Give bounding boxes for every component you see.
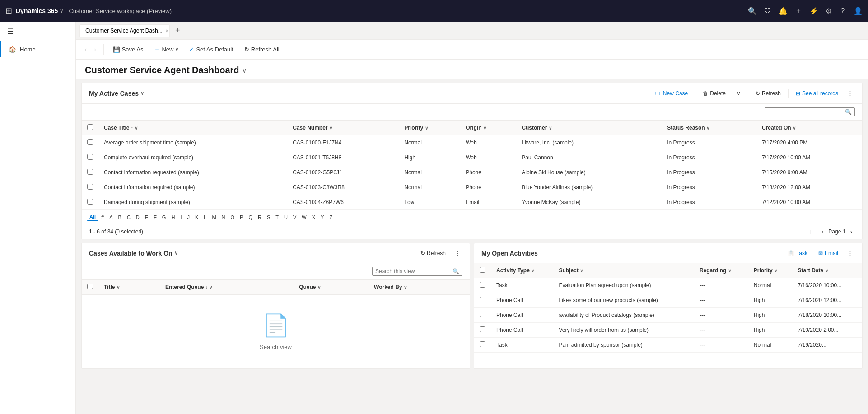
activity-subject-header[interactable]: Subject ∨ <box>553 263 694 278</box>
see-all-records-button[interactable]: ⊞ See all records <box>792 88 842 98</box>
activities-select-all-checkbox[interactable] <box>480 267 485 273</box>
activity-subject-chevron-icon[interactable]: ∨ <box>580 268 583 273</box>
activity-type-header[interactable]: Activity Type ∨ <box>491 263 553 278</box>
activity-checkbox-cell[interactable] <box>474 308 491 323</box>
available-search-input[interactable] <box>375 268 453 274</box>
alpha-item[interactable]: T <box>273 214 281 221</box>
case-customer-cell[interactable]: Paul Cannon <box>516 150 662 165</box>
set-as-default-button[interactable]: ✓ Set As Default <box>186 44 237 55</box>
activity-regarding-header[interactable]: Regarding ∨ <box>694 263 748 278</box>
cases-status-header[interactable]: Status Reason ∨ <box>662 121 756 135</box>
cases-priority-header[interactable]: Priority ∨ <box>399 121 460 135</box>
cases-number-chevron-icon[interactable]: ∨ <box>329 126 332 130</box>
activity-checkbox[interactable] <box>480 312 485 317</box>
available-workedby-chevron-icon[interactable]: ∨ <box>404 285 407 290</box>
delete-chevron-button[interactable]: ∨ <box>733 88 744 98</box>
row-checkbox-cell[interactable] <box>82 180 98 195</box>
cases-select-all-checkbox[interactable] <box>87 124 93 130</box>
my-active-cases-chevron-icon[interactable]: ∨ <box>140 90 144 96</box>
cases-customer-chevron-icon[interactable]: ∨ <box>549 126 552 130</box>
new-case-button[interactable]: ＋ + New Case <box>649 88 692 99</box>
sidebar-item-home[interactable]: 🏠 Home <box>0 41 75 57</box>
waffle-icon[interactable]: ⊞ <box>5 6 12 16</box>
case-customer-cell[interactable]: Blue Yonder Airlines (sample) <box>516 180 662 195</box>
activity-checkbox-cell[interactable] <box>474 338 491 353</box>
activity-checkbox[interactable] <box>480 341 485 347</box>
alpha-item[interactable]: K <box>193 214 201 221</box>
cases-status-chevron-icon[interactable]: ∨ <box>706 126 709 130</box>
delete-button[interactable]: 🗑 Delete <box>699 88 729 98</box>
case-title-cell[interactable]: Contact information required (sample) <box>98 180 287 195</box>
save-as-button[interactable]: 💾 Save As <box>109 44 147 55</box>
alpha-item[interactable]: R <box>256 214 264 221</box>
cases-check-header[interactable] <box>82 121 98 135</box>
row-checkbox-cell[interactable] <box>82 165 98 180</box>
alpha-item[interactable]: Y <box>318 214 326 221</box>
available-select-all-checkbox[interactable] <box>87 284 93 289</box>
available-workedby-header[interactable]: Worked By ∨ <box>369 280 470 295</box>
activity-priority-header[interactable]: Priority ∨ <box>748 263 793 278</box>
alpha-item[interactable]: Q <box>246 214 255 221</box>
hamburger-menu[interactable]: ☰ <box>0 22 75 41</box>
alpha-item[interactable]: H <box>169 214 177 221</box>
alpha-item[interactable]: J <box>185 214 192 221</box>
available-queue-header[interactable]: Entered Queue ↓ ∨ <box>160 280 294 295</box>
available-title-chevron-icon[interactable]: ∨ <box>117 285 120 290</box>
alpha-item[interactable]: I <box>178 214 184 221</box>
more-options-icon[interactable]: ⋮ <box>845 88 855 98</box>
alpha-item[interactable]: U <box>282 214 290 221</box>
available-title-header[interactable]: Title ∨ <box>98 280 160 295</box>
alpha-item[interactable]: L <box>201 214 209 221</box>
available-queue2-chevron-icon[interactable]: ∨ <box>317 285 321 290</box>
case-title-cell[interactable]: Contact information requested (sample) <box>98 165 287 180</box>
activities-check-header[interactable] <box>474 263 491 278</box>
row-checkbox-cell[interactable] <box>82 195 98 210</box>
back-button[interactable]: ‹ <box>83 44 89 55</box>
activity-checkbox[interactable] <box>480 282 485 288</box>
refresh-cases-button[interactable]: ↻ Refresh <box>752 88 784 98</box>
new-chevron-icon[interactable]: ∨ <box>175 47 178 52</box>
alpha-item[interactable]: V <box>291 214 299 221</box>
cases-origin-header[interactable]: Origin ∨ <box>460 121 516 135</box>
alpha-item[interactable]: W <box>299 214 308 221</box>
cases-search-box[interactable]: 🔍 <box>765 107 855 116</box>
alpha-item[interactable]: P <box>238 214 245 221</box>
alpha-item[interactable]: X <box>310 214 317 221</box>
prev-page-button[interactable]: ‹ <box>819 227 827 236</box>
alpha-item[interactable]: O <box>229 214 237 221</box>
alpha-item[interactable]: B <box>116 214 124 221</box>
cases-created-chevron-icon[interactable]: ∨ <box>793 126 796 130</box>
case-title-cell[interactable]: Damaged during shipment (sample) <box>98 195 287 210</box>
cases-origin-chevron-icon[interactable]: ∨ <box>483 126 486 130</box>
alpha-item[interactable]: C <box>125 214 133 221</box>
settings-icon[interactable]: ⚙ <box>826 7 832 15</box>
cases-available-chevron-icon[interactable]: ∨ <box>174 250 178 256</box>
activity-checkbox-cell[interactable] <box>474 293 491 308</box>
cases-title-header[interactable]: Case Title ↑ ∨ <box>98 121 287 135</box>
activity-startdate-chevron-icon[interactable]: ∨ <box>825 268 828 273</box>
tab-add-button[interactable]: + <box>172 24 184 37</box>
activity-subject-cell[interactable]: availability of Product catalogs (sample… <box>553 308 694 323</box>
plus-icon[interactable]: ＋ <box>795 6 802 16</box>
alpha-item[interactable]: S <box>265 214 272 221</box>
activity-subject-cell[interactable]: Pain admitted by sponsor (sample) <box>553 338 694 353</box>
cases-customer-header[interactable]: Customer ∨ <box>516 121 662 135</box>
available-search-box[interactable]: 🔍 <box>372 267 462 276</box>
refresh-all-button[interactable]: ↻ Refresh All <box>241 44 283 55</box>
tab-close-icon[interactable]: ✕ <box>165 28 169 33</box>
cases-created-header[interactable]: Created On ∨ <box>756 121 862 135</box>
alpha-item[interactable]: D <box>134 214 142 221</box>
alpha-item[interactable]: All <box>87 213 98 221</box>
task-button[interactable]: 📋 Task <box>784 248 811 258</box>
row-checkbox[interactable] <box>87 199 93 205</box>
activities-more-icon[interactable]: ⋮ <box>845 248 855 258</box>
filter-icon[interactable]: ⚡ <box>809 7 818 15</box>
cases-priority-chevron-icon[interactable]: ∨ <box>425 126 428 130</box>
case-title-cell[interactable]: Average order shipment time (sample) <box>98 135 287 150</box>
case-customer-cell[interactable]: Yvonne McKay (sample) <box>516 195 662 210</box>
available-check-header[interactable] <box>82 280 98 295</box>
row-checkbox[interactable] <box>87 169 93 175</box>
row-checkbox-cell[interactable] <box>82 135 98 150</box>
activity-regarding-chevron-icon[interactable]: ∨ <box>728 268 731 273</box>
help-icon[interactable]: ？ <box>839 6 846 16</box>
